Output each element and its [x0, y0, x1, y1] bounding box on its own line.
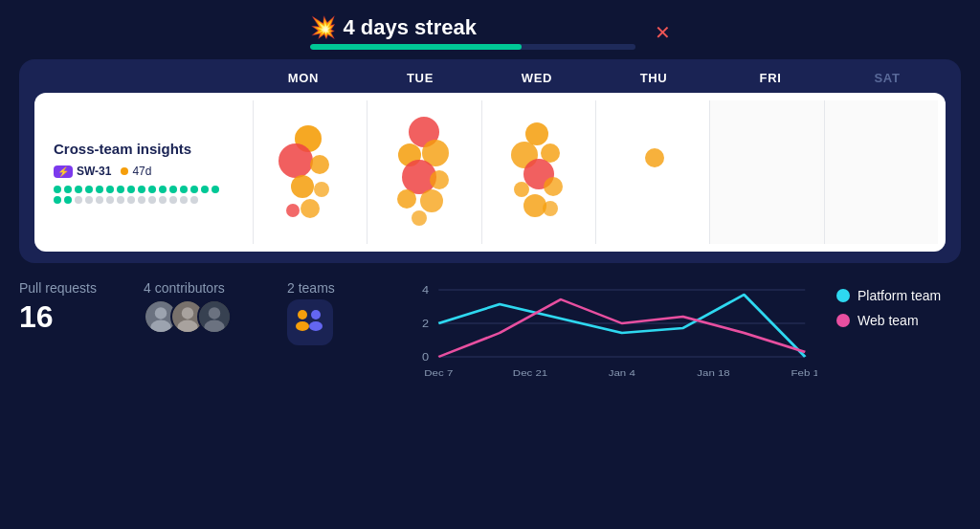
svg-text:Jan 4: Jan 4 [609, 368, 635, 378]
card-info: Cross-team insights ⚡ SW-31 47d [42, 100, 253, 244]
svg-point-5 [301, 199, 320, 218]
svg-text:Jan 18: Jan 18 [697, 368, 730, 378]
svg-point-19 [514, 182, 529, 197]
progress-dot-0 [54, 186, 61, 193]
legend-web-team: Web team [836, 313, 961, 328]
chart-section: 4 2 0 Dec 7 Dec 21 Jan 4 Jan 18 Feb 1 Pl… [402, 280, 961, 386]
progress-dot-25 [148, 196, 156, 204]
day-tue-cell [367, 100, 480, 244]
svg-point-3 [291, 175, 314, 198]
svg-point-23 [645, 148, 664, 167]
svg-point-11 [430, 170, 449, 189]
progress-dot-5 [106, 186, 114, 193]
svg-text:Feb 1: Feb 1 [791, 368, 817, 378]
web-team-dot [836, 314, 850, 327]
svg-text:Dec 21: Dec 21 [513, 368, 548, 378]
sw-icon: ⚡ [54, 165, 73, 178]
svg-text:2: 2 [422, 319, 429, 328]
teams-label: 2 teams [287, 280, 402, 296]
svg-point-15 [525, 122, 548, 145]
progress-dots [54, 186, 226, 204]
day-tue: TUE [362, 71, 479, 85]
chart-container: 4 2 0 Dec 7 Dec 21 Jan 4 Jan 18 Feb 1 [402, 280, 817, 386]
streak-bar-fill [310, 44, 522, 50]
progress-dot-12 [180, 186, 188, 193]
svg-point-1 [278, 143, 313, 178]
tag-sw: ⚡ SW-31 [54, 165, 111, 178]
progress-dot-17 [64, 196, 72, 204]
svg-point-33 [298, 310, 307, 320]
svg-point-12 [397, 189, 416, 209]
pull-requests-label: Pull requests [19, 280, 144, 296]
progress-dot-16 [54, 196, 61, 204]
pull-requests-block: Pull requests 16 [19, 280, 144, 335]
svg-point-2 [310, 155, 329, 174]
streak-label: 4 days streak [344, 15, 477, 40]
day-wed-cell [481, 100, 595, 244]
day-fri: FRI [712, 71, 829, 85]
svg-text:4: 4 [422, 285, 430, 295]
progress-dot-27 [169, 196, 177, 204]
svg-point-28 [182, 307, 193, 319]
progress-dot-9 [148, 186, 156, 193]
svg-point-22 [543, 201, 558, 216]
day-mon-cell [253, 100, 367, 244]
progress-dot-6 [117, 186, 124, 193]
svg-point-35 [311, 310, 321, 320]
day-fri-cell [709, 100, 823, 244]
svg-point-34 [296, 321, 309, 331]
progress-dot-3 [85, 186, 93, 193]
calendar-card: MON TUE WED THU FRI SAT Cross-team insig… [19, 59, 961, 263]
progress-dot-23 [127, 196, 135, 204]
svg-point-36 [309, 321, 323, 331]
progress-dot-8 [138, 186, 145, 193]
day-sat: SAT [829, 71, 946, 85]
sw-label: SW-31 [77, 165, 111, 178]
progress-dot-13 [190, 186, 198, 193]
pull-requests-value: 16 [19, 299, 144, 335]
progress-dot-24 [138, 196, 145, 204]
progress-dot-7 [127, 186, 135, 193]
svg-text:0: 0 [422, 352, 429, 362]
contributors-block: 4 contributors [144, 280, 287, 334]
avatar-3 [197, 299, 232, 334]
day-mon: MON [245, 71, 362, 85]
calendar-row: Cross-team insights ⚡ SW-31 47d [34, 93, 946, 252]
legend-platform-team: Platform team [836, 288, 961, 303]
day-thu: THU [595, 71, 712, 85]
chart-legend: Platform team Web team [836, 280, 961, 328]
svg-point-6 [286, 204, 300, 217]
streak-title: 💥 4 days streak [310, 15, 477, 40]
day-sat-cell [824, 100, 938, 244]
teams-icon [287, 299, 333, 345]
day-thu-cell [595, 100, 709, 244]
streak-content: 💥 4 days streak [310, 15, 635, 50]
progress-dot-29 [190, 196, 198, 204]
web-team-label: Web team [858, 313, 919, 328]
days-label: 47d [132, 165, 151, 178]
progress-dot-21 [106, 196, 114, 204]
svg-text:Dec 7: Dec 7 [424, 368, 453, 378]
contributors-label: 4 contributors [144, 280, 287, 296]
progress-dot-11 [169, 186, 177, 193]
teams-block: 2 teams [287, 280, 402, 345]
svg-point-4 [314, 182, 329, 197]
calendar-header: MON TUE WED THU FRI SAT [34, 71, 946, 85]
tag-days: 47d [121, 165, 151, 178]
contributors-avatars [144, 299, 287, 334]
bottom-section: Pull requests 16 4 contributors 2 teams [19, 280, 961, 386]
svg-point-21 [523, 194, 546, 217]
progress-dot-14 [201, 186, 209, 193]
progress-dot-10 [159, 186, 167, 193]
close-button[interactable]: ✕ [655, 21, 671, 44]
streak-icon: 💥 [310, 15, 336, 40]
platform-team-dot [836, 289, 850, 302]
progress-dot-28 [180, 196, 188, 204]
progress-dot-15 [212, 186, 219, 193]
progress-dot-2 [75, 186, 82, 193]
platform-team-label: Platform team [858, 288, 941, 303]
progress-dot-4 [96, 186, 103, 193]
card-tags: ⚡ SW-31 47d [54, 165, 241, 178]
svg-point-31 [209, 307, 220, 319]
progress-dot-26 [159, 196, 167, 204]
